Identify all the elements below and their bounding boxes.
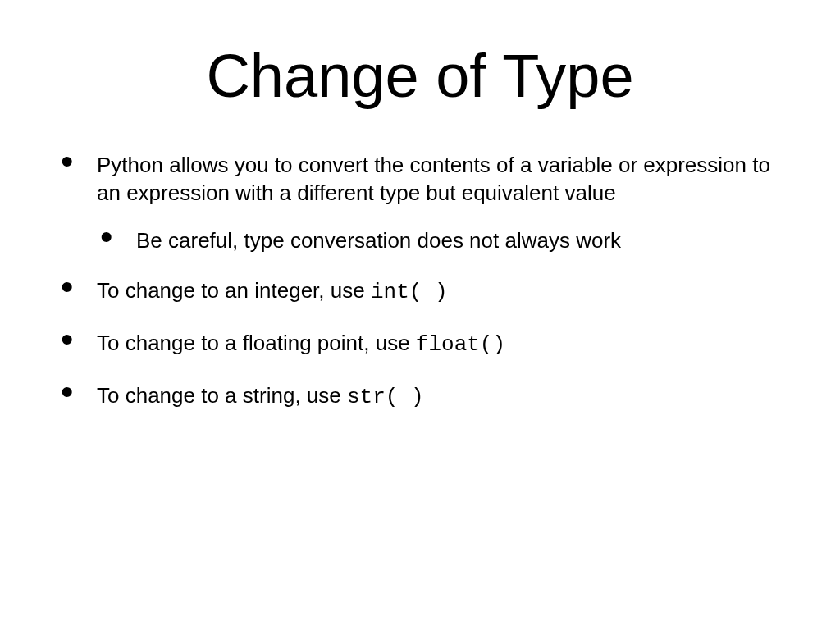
bullet-item-1: Python allows you to convert the content… <box>57 152 783 254</box>
bullet-list: Python allows you to convert the content… <box>57 152 783 412</box>
sub-bullet-item-1: Be careful, type conversation does not a… <box>97 227 783 255</box>
bullet-text-3-pre: To change to a floating point, use <box>97 331 416 355</box>
slide-title: Change of Type <box>57 41 783 111</box>
bullet-item-2: To change to an integer, use int( ) <box>57 277 783 307</box>
bullet-item-4: To change to a string, use str( ) <box>57 382 783 412</box>
bullet-text-2-pre: To change to an integer, use <box>97 278 371 303</box>
sub-bullet-list: Be careful, type conversation does not a… <box>97 227 783 255</box>
bullet-item-3: To change to a floating point, use float… <box>57 330 783 359</box>
bullet-code-4: str( ) <box>347 385 424 409</box>
sub-bullet-text-1: Be careful, type conversation does not a… <box>136 228 621 253</box>
bullet-text-1: Python allows you to convert the content… <box>97 153 770 205</box>
bullet-text-4-pre: To change to a string, use <box>97 383 347 408</box>
bullet-code-3: float() <box>416 332 505 357</box>
slide: Change of Type Python allows you to conv… <box>0 0 840 630</box>
bullet-code-2: int( ) <box>371 280 448 304</box>
